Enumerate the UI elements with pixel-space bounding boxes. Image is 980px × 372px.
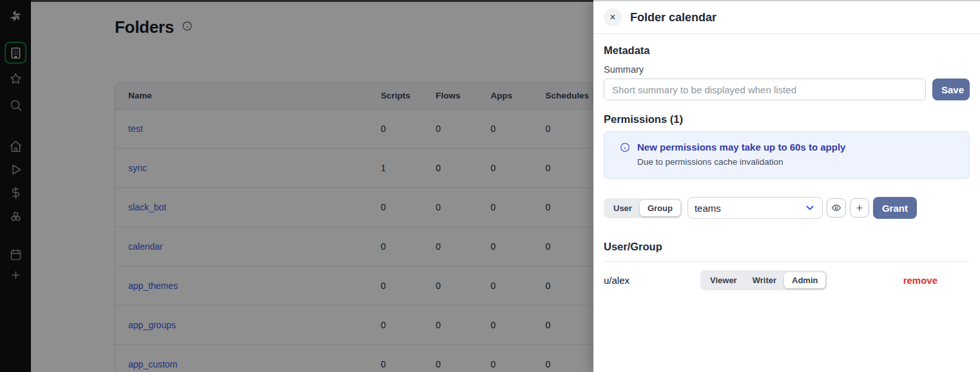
group-select[interactable]: teams: [687, 197, 823, 219]
summary-input[interactable]: [604, 79, 926, 100]
modal-backdrop[interactable]: [0, 0, 593, 372]
drawer-title: Folder calendar: [630, 11, 716, 24]
plus-icon: [854, 203, 865, 213]
user-group-heading: User/Group: [604, 241, 970, 253]
chevron-down-icon: [804, 202, 816, 214]
metadata-heading: Metadata: [604, 44, 970, 57]
group-select-value: teams: [695, 203, 721, 214]
role-toggle: Viewer Writer Admin: [700, 270, 827, 290]
role-writer-button[interactable]: Writer: [745, 272, 784, 288]
toggle-group-button[interactable]: Group: [640, 200, 680, 216]
grant-button[interactable]: Grant: [873, 197, 917, 219]
user-group-toggle: User Group: [604, 198, 682, 218]
summary-label: Summary: [604, 64, 970, 75]
role-admin-button[interactable]: Admin: [784, 272, 825, 288]
toggle-user-button[interactable]: User: [606, 200, 640, 216]
drawer-header: × Folder calendar: [593, 1, 980, 34]
alert-subtitle: Due to permissions cache invalidation: [637, 157, 959, 167]
add-group-button[interactable]: [850, 198, 869, 218]
grant-controls-row: User Group teams Grant: [604, 197, 970, 219]
close-button[interactable]: ×: [604, 8, 622, 26]
permissions-alert: New permissions may take up to 60s to ap…: [604, 131, 970, 179]
folder-drawer: × Folder calendar Metadata Summary Save …: [593, 0, 980, 372]
eye-icon: [831, 203, 841, 213]
info-circle-icon: [620, 142, 630, 153]
remove-permission-link[interactable]: remove: [903, 275, 937, 286]
permissions-heading: Permissions (1): [604, 113, 970, 126]
view-group-button[interactable]: [827, 198, 846, 218]
role-viewer-button[interactable]: Viewer: [702, 272, 745, 288]
permission-row: u/alex Viewer Writer Admin remove: [604, 262, 970, 299]
permission-entity-name: u/alex: [604, 275, 700, 286]
save-button[interactable]: Save: [932, 79, 970, 100]
alert-title: New permissions may take up to 60s to ap…: [637, 142, 845, 153]
